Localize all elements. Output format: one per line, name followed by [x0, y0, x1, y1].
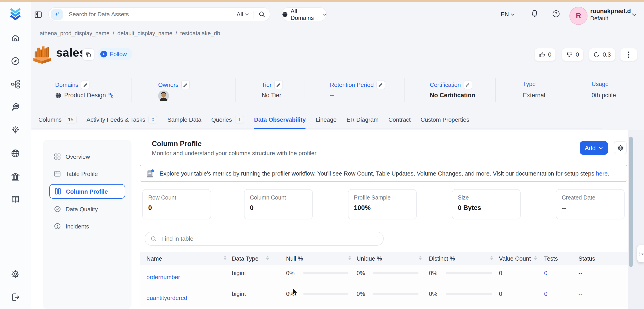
col-header-data-type: Data Type — [232, 255, 258, 262]
subnav-overview[interactable]: Overview — [49, 150, 125, 163]
tab-queries-count: 1 — [235, 116, 244, 124]
user-avatar[interactable]: R — [570, 7, 588, 25]
downvote-button[interactable]: 0 — [562, 48, 584, 61]
row-name-link[interactable]: ordernumber — [146, 274, 180, 280]
search-input[interactable] — [68, 11, 236, 18]
explore-icon[interactable] — [10, 56, 21, 67]
collapse-panel-icon — [638, 250, 644, 257]
govern-icon[interactable] — [10, 171, 21, 182]
follow-button[interactable]: ★ Follow — [98, 48, 132, 60]
avatar-initial: R — [576, 12, 581, 20]
kebab-menu-icon — [628, 51, 630, 58]
logout-icon[interactable] — [10, 292, 21, 303]
vertical-scrollbar[interactable] — [629, 137, 633, 267]
sidebar-toggle-icon[interactable] — [34, 11, 42, 19]
row-null-pct: 0% — [286, 270, 295, 276]
find-in-table[interactable] — [144, 232, 384, 246]
tab-contract[interactable]: Contract — [388, 116, 410, 129]
breadcrumb-separator: / — [113, 30, 114, 37]
subnav-table-profile[interactable]: Table Profile — [49, 167, 125, 180]
tab-custom-properties[interactable]: Custom Properties — [420, 116, 469, 129]
meta-retention-label: Retention Period — [330, 81, 385, 89]
meta-divider — [132, 78, 132, 102]
edit-retention-icon[interactable] — [376, 81, 385, 89]
upvote-count: 0 — [548, 51, 551, 58]
sort-icon-unique[interactable] — [419, 256, 422, 260]
owner-avatar[interactable] — [158, 91, 169, 101]
edit-domains-icon[interactable] — [81, 81, 90, 89]
search-icon — [150, 235, 157, 242]
tab-er-diagram[interactable]: ER Diagram — [346, 116, 378, 129]
learn-icon[interactable] — [10, 194, 21, 205]
tab-lineage[interactable]: Lineage — [316, 116, 337, 129]
stat-card-column-count: Column Count 0 — [244, 189, 313, 219]
sort-icon-null[interactable] — [348, 256, 351, 260]
more-actions-button[interactable] — [620, 48, 637, 61]
edit-owners-icon[interactable] — [181, 81, 190, 89]
breadcrumb-schema[interactable]: testdatalake_db — [180, 30, 220, 37]
profiler-info-banner: Explore your table's metrics by running … — [140, 165, 627, 182]
meta-usage-value: 0th pctile — [592, 92, 616, 99]
right-panel-toggle-button[interactable] — [637, 245, 644, 262]
global-search[interactable]: All — [48, 7, 270, 21]
follow-label: Follow — [110, 51, 127, 58]
language-dropdown[interactable]: EN — [501, 11, 515, 18]
copy-name-button[interactable] — [82, 48, 94, 61]
home-icon[interactable] — [10, 33, 21, 44]
subdomain-link-icon — [109, 93, 114, 98]
tab-sample-data[interactable]: Sample Data — [168, 116, 201, 129]
version-button[interactable]: 0.3 — [589, 48, 616, 61]
row-name-link[interactable]: quantityordered — [146, 294, 187, 301]
tab-columns[interactable]: Columns15 — [38, 116, 76, 129]
unique-progress-bar — [373, 293, 418, 295]
meta-divider — [404, 78, 405, 102]
profiler-settings-button[interactable] — [614, 141, 627, 154]
edit-certification-icon[interactable] — [464, 81, 472, 89]
subnav-data-quality[interactable]: Data Quality — [49, 202, 125, 216]
meta-domains-label: Domains — [55, 81, 90, 89]
breadcrumb-service[interactable]: athena_prod_display_name — [40, 30, 110, 37]
tab-data-observability[interactable]: Data Observability — [254, 116, 306, 129]
overview-grid-icon — [54, 153, 61, 160]
banner-docs-link[interactable]: here. — [596, 170, 609, 177]
sort-icon-distinct[interactable] — [490, 256, 493, 260]
row-distinct-pct: 0% — [429, 270, 438, 276]
subnav-column-profile[interactable]: Column Profile — [49, 184, 125, 199]
insights-icon[interactable] — [10, 125, 21, 136]
profiler-subtitle: Monitor and understand your columns stru… — [152, 150, 316, 157]
settings-icon[interactable] — [10, 269, 21, 279]
user-menu-chevron-icon[interactable] — [632, 13, 637, 16]
app-logo[interactable] — [8, 7, 22, 21]
row-unique-pct: 0% — [356, 270, 365, 276]
row-status: -- — [578, 270, 582, 276]
row-value-count: 0 — [499, 290, 502, 297]
meta-usage-label: Usage — [592, 81, 608, 87]
notifications-bell-icon[interactable] — [530, 10, 539, 18]
sort-icon-name[interactable] — [224, 256, 226, 260]
subnav-incidents[interactable]: Incidents — [49, 219, 125, 233]
breadcrumb-database[interactable]: default_display_name — [118, 30, 172, 37]
row-tests-link[interactable]: 0 — [544, 270, 547, 276]
observability-icon[interactable] — [10, 102, 21, 113]
sort-icon-data-type[interactable] — [266, 256, 269, 260]
row-tests-link[interactable]: 0 — [544, 290, 547, 297]
tab-queries[interactable]: Queries1 — [211, 116, 244, 129]
find-in-table-input[interactable] — [160, 235, 378, 242]
ai-sparkle-icon[interactable] — [50, 9, 63, 20]
platform-lineage-icon[interactable] — [10, 79, 21, 90]
meta-domains-value[interactable]: Product Design — [55, 92, 114, 99]
search-scope-dropdown[interactable]: All — [236, 11, 249, 18]
upvote-button[interactable]: 0 — [534, 48, 556, 61]
sort-icon-value-count[interactable] — [534, 256, 537, 260]
edit-tier-icon[interactable] — [274, 81, 283, 89]
add-button[interactable]: Add — [580, 141, 608, 155]
downvote-count: 0 — [576, 51, 579, 58]
distinct-progress-bar — [446, 272, 492, 274]
table-row[interactable]: quantityordered bigint 0% 0% 0% 0 0 -- — [140, 286, 628, 307]
search-icon[interactable] — [258, 11, 265, 18]
domains-filter-dropdown[interactable]: All Domains — [282, 7, 327, 21]
table-row[interactable]: ordernumber bigint 0% 0% 0% 0 0 -- — [140, 265, 628, 286]
domains-icon[interactable] — [10, 148, 21, 159]
help-icon[interactable]: ? — [552, 10, 560, 18]
tab-activity-feeds[interactable]: Activity Feeds & Tasks0 — [86, 116, 158, 129]
